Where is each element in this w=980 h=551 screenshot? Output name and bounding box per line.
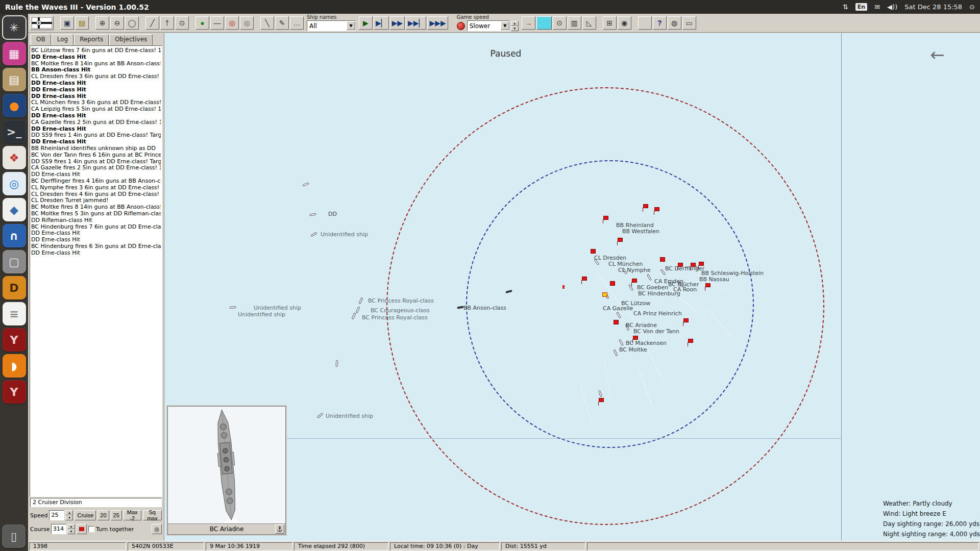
ship-marker[interactable] [317,413,324,418]
dots-button[interactable]: … [290,16,304,30]
ship-marker[interactable] [351,313,356,319]
speed-spin-down[interactable]: ▼ [65,515,73,520]
measure-button[interactable]: ╱ [145,16,159,30]
zoom-area-button[interactable]: ◯ [125,16,139,30]
tab-reports[interactable]: Reports [74,34,109,45]
course-spin-down[interactable]: ▼ [67,529,75,534]
flag-marker[interactable] [582,277,587,281]
ship-marker[interactable] [229,306,236,309]
division-cruise-button[interactable]: Cruise [75,510,96,520]
ship-marker[interactable] [335,360,338,367]
unit-marker[interactable] [610,281,615,286]
division-25-button[interactable]: 25 [111,510,122,520]
pen-button[interactable]: ✎ [275,16,289,30]
ship-marker[interactable] [310,232,317,237]
division-sq-max-button[interactable]: Sq max [143,510,162,520]
launcher-settings[interactable]: ✳ [3,16,26,39]
blank-button[interactable] [638,16,652,30]
menubar-clock[interactable]: Sat Dec 28 15:58 [904,3,962,11]
jump-button[interactable]: → [522,16,535,30]
signal-flags-button[interactable]: ⊞ [603,16,617,30]
globe-button[interactable]: ◍ [668,16,681,30]
anchor-button[interactable] [275,524,284,534]
ship-marker[interactable] [358,297,363,304]
zoom-out-button[interactable]: ⊖ [110,16,124,30]
advance-long-button[interactable]: ▶▶▏ [406,16,426,30]
advance-short-button[interactable]: ▶▏ [374,16,389,30]
protractor-button[interactable]: ◺ [582,16,596,30]
tab-objectives[interactable]: Objectives [109,34,153,45]
launcher-files[interactable]: ▤ [3,68,26,91]
target-gray-button[interactable]: ◎ [240,16,254,30]
speed-input[interactable]: 25 [49,510,64,520]
flag-marker[interactable] [599,398,604,402]
flag-marker[interactable] [654,207,659,211]
speed-up-button[interactable]: ▲ [511,21,519,26]
unit-marker[interactable] [660,257,665,262]
scope-button[interactable]: ◉ [618,16,631,30]
launcher-wine[interactable]: Y [3,328,26,352]
advance-play-button[interactable]: ▶ [359,16,373,30]
help-button[interactable]: ? [653,16,667,30]
save-button[interactable]: ▣ [60,16,74,30]
flag-marker[interactable] [643,204,648,208]
zoom-in-button[interactable]: ⊕ [95,16,109,30]
contact-marker[interactable] [562,285,565,289]
tab-ob[interactable]: OB [31,34,51,45]
flag-marker[interactable] [688,339,693,343]
dash-button[interactable]: — [210,16,224,30]
selected-unit-marker[interactable] [602,292,607,297]
speed-spin-up[interactable]: ▲ [65,510,73,515]
clock-button[interactable]: ⊙ [175,16,189,30]
german-ensign-button[interactable] [30,16,54,30]
launcher-firefox-2[interactable]: ◗ [3,354,26,378]
print-button[interactable]: ▭ [682,16,696,30]
launcher-software[interactable]: ▦ [3,42,26,65]
division-max-2-button[interactable]: Max -2 [124,510,141,520]
division-20-button[interactable]: 20 [97,510,109,520]
battle-log-list[interactable]: BC Lützow fires 7 6in guns at DD Erne-cl… [30,45,162,497]
ship-marker[interactable] [302,182,309,186]
line-button[interactable]: ╲ [260,16,274,30]
ship-names-select[interactable]: All ▼ [307,20,356,31]
flag-marker[interactable] [632,279,637,283]
advance-max-button[interactable]: ▶▶▶ [427,16,448,30]
indicator-arrows-icon[interactable]: ⇅ [843,3,848,11]
launcher-archive[interactable]: ▢ [3,250,26,273]
session-gear-icon[interactable]: ⊙ [969,3,975,11]
time-compression-button[interactable]: ⊙ [553,16,567,30]
course-input[interactable]: 314 [51,524,66,534]
tactical-map[interactable]: Paused ← Weather: Partly cloudyWind: Lig… [164,33,980,541]
launcher-dosbox[interactable]: D [3,276,26,299]
ship-marker[interactable] [355,307,360,313]
launcher-browser[interactable]: ◎ [3,172,26,195]
unit-marker[interactable] [591,249,596,254]
turn-together-checkbox[interactable] [88,526,94,532]
tab-log[interactable]: Log [52,34,74,45]
unit-marker[interactable] [614,320,619,324]
launcher-lock[interactable]: ∩ [3,224,26,247]
volume-icon[interactable]: ◀)) [887,3,897,11]
status-green-button[interactable]: ● [195,16,209,30]
launcher-document[interactable]: ≡ [3,302,26,325]
flag-marker[interactable] [603,216,608,220]
flag-marker[interactable] [683,318,689,322]
speed-down-button[interactable]: ▼ [511,26,519,31]
formation-button[interactable]: ◎ [152,524,162,534]
course-spin-up[interactable]: ▲ [67,524,75,529]
flag-marker[interactable] [705,283,710,287]
log-book-button[interactable]: ▤ [75,16,89,30]
launcher-wine-2[interactable]: Y [3,380,26,404]
layers-button[interactable]: ▥ [568,16,581,30]
mail-icon[interactable]: ✉ [874,3,880,11]
keyboard-layout-indicator[interactable]: En [855,3,867,11]
flag-marker[interactable] [633,336,638,340]
flag-marker[interactable] [618,238,623,242]
game-speed-select[interactable]: Slower ▼ [467,20,510,31]
launcher-terminal[interactable]: >_ [3,120,26,143]
chevron-down-icon[interactable]: ▼ [347,21,355,30]
launcher-wine-app[interactable]: ❖ [3,146,26,169]
chevron-down-icon[interactable]: ▼ [501,21,509,30]
anchor-button[interactable]: † [160,16,174,30]
flag-course-button[interactable] [77,524,87,534]
